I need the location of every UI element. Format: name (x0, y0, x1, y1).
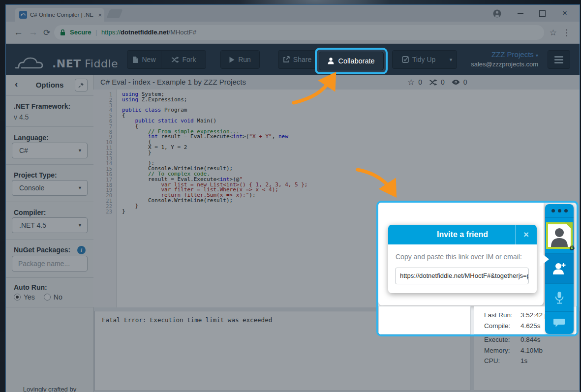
dock-menu-button[interactable] (545, 204, 574, 218)
collaborate-highlight-box: Collaborate (315, 48, 388, 74)
console-bright-fragment (378, 306, 471, 334)
invite-friend-dialog: Invite a friend × Copy and paste this li… (388, 225, 537, 293)
desktop-background: { "icons": { "close": "×", "back": "←", … (0, 0, 581, 392)
dialog-title: Invite a friend (388, 225, 537, 244)
chat-dock-button[interactable] (545, 312, 574, 334)
microphone-dock-button[interactable] (545, 284, 574, 312)
dot-icon (551, 209, 555, 212)
togetherjs-dock: ⚙ (545, 204, 574, 334)
dialog-header: Invite a friend × (388, 225, 537, 244)
dot-icon (564, 209, 568, 212)
avatar[interactable]: ⚙ (546, 222, 573, 249)
microphone-icon (554, 291, 564, 304)
collaborate-button[interactable]: Collaborate (319, 52, 384, 70)
invite-instruction: Copy and paste this link over IM or emai… (396, 253, 522, 261)
add-person-icon (552, 262, 566, 275)
avatar-person-icon (548, 224, 571, 247)
collaboration-spotlight: Last Run:3:52:42 pmCompile:4.625s Invite… (376, 201, 579, 336)
dialog-tail (540, 252, 549, 267)
person-icon (328, 58, 334, 64)
chat-bubble-icon (553, 318, 565, 328)
invite-friend-dock-button[interactable] (545, 254, 574, 284)
gear-icon[interactable]: ⚙ (569, 244, 575, 252)
invite-link-input[interactable]: https://dotnetfiddle.net/MHoctF#&togethe… (395, 268, 529, 284)
dialog-close-button[interactable]: × (515, 225, 537, 244)
dot-icon (558, 209, 561, 212)
avatar-section: ⚙ (545, 218, 574, 254)
